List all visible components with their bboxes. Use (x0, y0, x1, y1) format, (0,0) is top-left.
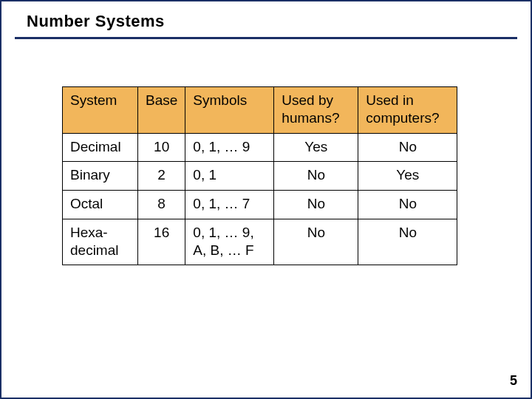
number-systems-table: System Base Symbols Used by humans? Used… (62, 86, 457, 265)
cell-humans: No (274, 219, 358, 265)
table-row: Hexa-decimal 16 0, 1, … 9, A, B, … F No … (63, 219, 457, 265)
col-system: System (63, 87, 138, 134)
cell-computers: Yes (358, 162, 457, 191)
cell-symbols: 0, 1, … 9, A, B, … F (185, 219, 274, 265)
cell-computers: No (358, 191, 457, 219)
cell-symbols: 0, 1, … 7 (185, 191, 274, 219)
title-underline (15, 37, 517, 39)
cell-base: 8 (138, 191, 185, 219)
col-symbols: Symbols (185, 87, 274, 134)
table-row: Decimal 10 0, 1, … 9 Yes No (63, 133, 457, 162)
cell-system: Decimal (63, 133, 138, 162)
title-area: Number Systems (1, 1, 531, 35)
cell-system: Octal (63, 191, 138, 219)
cell-system: Binary (63, 162, 138, 191)
cell-humans: No (274, 191, 358, 219)
col-humans: Used by humans? (274, 87, 358, 134)
cell-symbols: 0, 1 (185, 162, 274, 191)
col-base: Base (138, 87, 185, 134)
cell-humans: Yes (274, 133, 358, 162)
table-container: System Base Symbols Used by humans? Used… (62, 86, 531, 265)
cell-base: 2 (138, 162, 185, 191)
cell-base: 10 (138, 133, 185, 162)
cell-symbols: 0, 1, … 9 (185, 133, 274, 162)
table-row: Octal 8 0, 1, … 7 No No (63, 191, 457, 219)
table-row: Binary 2 0, 1 No Yes (63, 162, 457, 191)
table-header-row: System Base Symbols Used by humans? Used… (63, 87, 457, 134)
cell-system: Hexa-decimal (63, 219, 138, 265)
cell-computers: No (358, 133, 457, 162)
slide: Number Systems System Base Symbols Used … (0, 0, 532, 399)
cell-computers: No (358, 219, 457, 265)
cell-humans: No (274, 162, 358, 191)
page-number: 5 (510, 373, 517, 389)
cell-base: 16 (138, 219, 185, 265)
col-computers: Used in computers? (358, 87, 457, 134)
slide-title: Number Systems (27, 12, 531, 31)
